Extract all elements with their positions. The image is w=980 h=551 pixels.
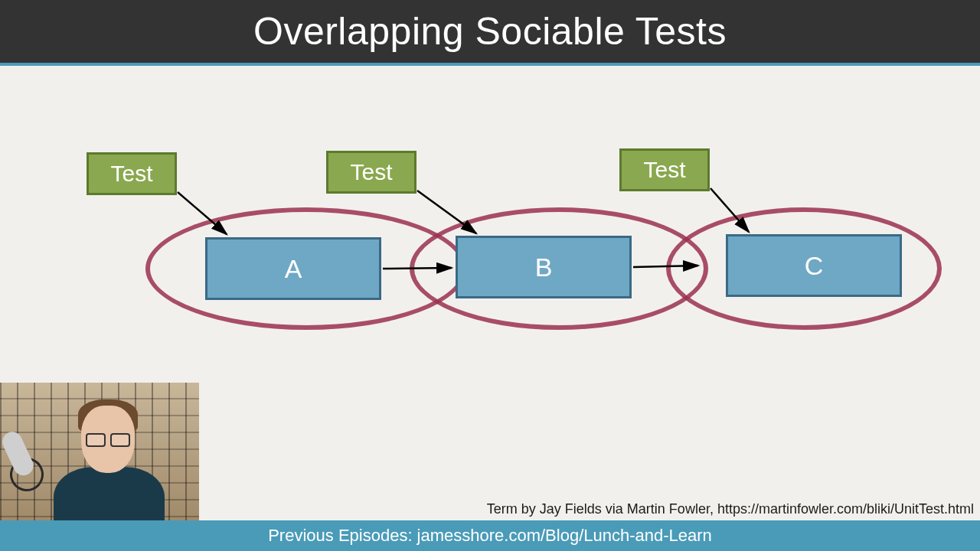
footer-bar: Previous Episodes: jamesshore.com/Blog/L… (0, 520, 980, 551)
page-title: Overlapping Sociable Tests (253, 9, 727, 54)
footer-text: Previous Episodes: jamesshore.com/Blog/L… (268, 526, 712, 546)
attribution-text: Term by Jay Fields via Martin Fowler, ht… (487, 501, 974, 517)
header-bar: Overlapping Sociable Tests (0, 0, 980, 63)
presenter-silhouette (46, 390, 172, 520)
svg-line-4 (633, 266, 698, 267)
microphone-icon (6, 429, 48, 490)
presenter-webcam (0, 383, 199, 520)
